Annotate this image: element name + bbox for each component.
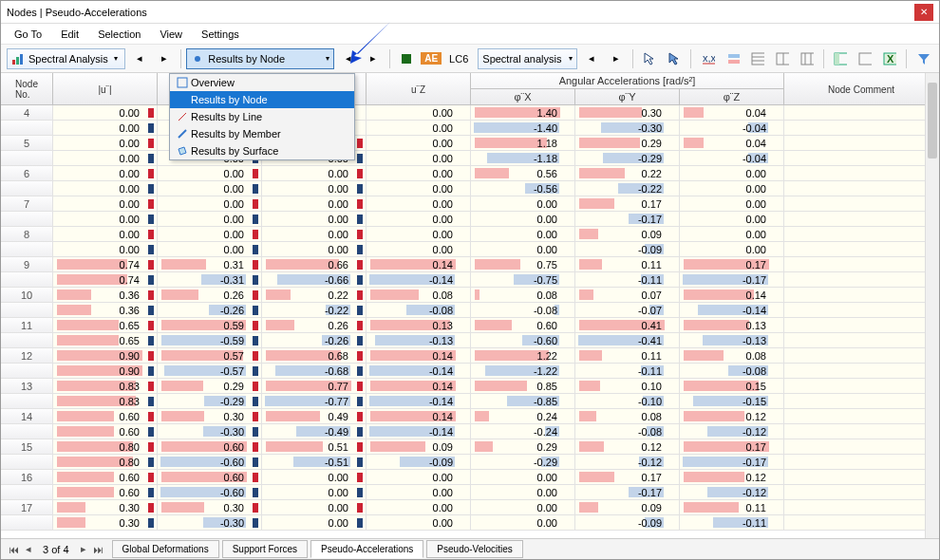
value-cell[interactable]: -0.60 (471, 333, 575, 347)
value-cell[interactable]: -0.51 (262, 455, 367, 469)
table-row[interactable]: 0.60-0.30-0.49-0.14-0.24-0.08-0.12 (1, 424, 939, 439)
comment-cell[interactable] (784, 151, 939, 165)
menu-results-by-node[interactable]: Results by Node (170, 91, 354, 108)
value-cell[interactable]: 0.60 (53, 470, 158, 484)
menu-goto[interactable]: Go To (7, 27, 49, 42)
select-tool-icon[interactable] (639, 48, 660, 69)
node-cell[interactable] (1, 394, 53, 408)
table-row[interactable]: 90.740.310.660.140.750.110.17 (1, 257, 939, 272)
tab-pseudo-velocities[interactable]: Pseudo-Velocities (426, 540, 523, 558)
value-cell[interactable]: 0.00 (471, 485, 575, 499)
value-cell[interactable]: 0.30 (158, 500, 262, 514)
page-prev-button[interactable]: ◂ (22, 543, 35, 556)
node-cell[interactable] (1, 485, 53, 499)
value-cell[interactable]: 0.24 (471, 409, 575, 423)
node-cell[interactable] (1, 181, 53, 196)
value-cell[interactable]: 0.60 (53, 424, 158, 439)
prev-button[interactable]: ◂ (129, 48, 150, 69)
value-cell[interactable]: 0.90 (53, 348, 158, 363)
value-cell[interactable]: 0.00 (471, 500, 575, 514)
value-cell[interactable]: 0.30 (575, 105, 680, 120)
value-cell[interactable]: 0.49 (262, 409, 367, 423)
value-cell[interactable]: 0.04 (680, 136, 784, 150)
comment-cell[interactable] (784, 318, 939, 332)
layout2-icon[interactable] (855, 48, 875, 69)
value-cell[interactable]: 0.29 (575, 136, 680, 150)
value-cell[interactable]: -0.85 (471, 394, 575, 408)
value-cell[interactable]: -0.09 (575, 515, 680, 530)
value-cell[interactable]: 0.00 (53, 105, 158, 120)
menu-edit[interactable]: Edit (53, 27, 86, 42)
node-cell[interactable]: 16 (1, 470, 53, 484)
value-cell[interactable]: 1.40 (471, 105, 575, 120)
value-cell[interactable]: 0.11 (575, 348, 680, 363)
col-u[interactable]: |u¨| (53, 73, 158, 105)
value-cell[interactable]: 0.65 (53, 318, 158, 332)
menu-selection[interactable]: Selection (90, 27, 148, 42)
value-cell[interactable]: -0.75 (471, 272, 575, 287)
value-cell[interactable]: -0.60 (158, 455, 262, 469)
table-row[interactable]: 0.30-0.300.000.000.00-0.09-0.11 (1, 515, 939, 531)
value-cell[interactable]: 0.14 (680, 288, 784, 302)
value-cell[interactable]: -0.12 (575, 455, 680, 469)
value-cell[interactable]: 0.26 (262, 318, 367, 332)
loadcase-dropdown[interactable]: Spectral analysis ▾ (478, 48, 577, 69)
value-cell[interactable]: -0.07 (575, 303, 680, 317)
value-cell[interactable]: 0.56 (471, 166, 575, 180)
node-cell[interactable]: 9 (1, 257, 53, 271)
value-cell[interactable]: -0.68 (262, 364, 367, 378)
value-cell[interactable]: 0.00 (471, 242, 575, 256)
value-cell[interactable]: -0.11 (575, 272, 680, 287)
value-cell[interactable]: -0.08 (471, 303, 575, 317)
value-cell[interactable]: 0.09 (367, 439, 471, 454)
table-row[interactable]: 0.000.00-1.40-0.30-0.04 (1, 121, 939, 136)
value-cell[interactable]: 0.00 (53, 151, 158, 165)
table-row[interactable]: 0.000.000.000.00-1.18-0.29-0.04 (1, 151, 939, 166)
comment-cell[interactable] (784, 364, 939, 378)
table-row[interactable]: 0.65-0.59-0.26-0.13-0.60-0.41-0.13 (1, 333, 939, 348)
value-cell[interactable]: -1.22 (471, 364, 575, 378)
comment-cell[interactable] (784, 121, 939, 135)
table-row[interactable]: 0.36-0.26-0.22-0.08-0.08-0.07-0.14 (1, 303, 939, 318)
node-cell[interactable] (1, 151, 53, 165)
table-row[interactable]: 0.83-0.29-0.77-0.14-0.85-0.10-0.15 (1, 394, 939, 409)
col-phiy[interactable]: φ¨Y (575, 89, 680, 104)
value-cell[interactable]: -0.17 (575, 212, 680, 226)
export-excel-icon[interactable]: X (879, 48, 900, 69)
table-row[interactable]: 0.000.000.000.000.00-0.170.00 (1, 212, 939, 227)
value-cell[interactable]: 0.12 (575, 439, 680, 454)
value-cell[interactable]: -0.30 (158, 424, 262, 439)
value-cell[interactable]: 0.00 (158, 181, 262, 196)
node-cell[interactable]: 4 (1, 105, 53, 120)
comment-cell[interactable] (784, 439, 939, 454)
comment-cell[interactable] (784, 303, 939, 317)
value-cell[interactable]: 0.09 (575, 500, 680, 514)
node-cell[interactable]: 10 (1, 288, 53, 302)
node-cell[interactable] (1, 272, 53, 287)
node-cell[interactable]: 17 (1, 500, 53, 514)
value-cell[interactable]: 1.22 (471, 348, 575, 363)
value-cell[interactable]: -0.08 (575, 424, 680, 439)
value-cell[interactable]: 0.29 (471, 439, 575, 454)
tab-pseudo-accelerations[interactable]: Pseudo-Accelerations (310, 540, 423, 558)
value-cell[interactable]: 0.14 (367, 379, 471, 393)
lc-prev-button[interactable]: ◂ (581, 48, 602, 69)
node-cell[interactable] (1, 515, 53, 530)
value-cell[interactable]: 0.83 (53, 379, 158, 393)
node-cell[interactable] (1, 333, 53, 347)
comment-cell[interactable] (784, 348, 939, 363)
value-cell[interactable]: 0.00 (53, 242, 158, 256)
value-cell[interactable]: 0.00 (53, 181, 158, 196)
comment-cell[interactable] (784, 485, 939, 499)
comment-cell[interactable] (784, 500, 939, 514)
next-button[interactable]: ▸ (154, 48, 175, 69)
value-cell[interactable]: -1.40 (471, 121, 575, 135)
view-grid1-icon[interactable] (747, 48, 768, 69)
value-cell[interactable]: 0.00 (680, 227, 784, 241)
value-cell[interactable]: -0.49 (262, 424, 367, 439)
comment-cell[interactable] (784, 470, 939, 484)
value-cell[interactable]: 0.04 (680, 105, 784, 120)
value-cell[interactable]: 0.00 (471, 227, 575, 241)
value-cell[interactable]: 0.00 (262, 500, 367, 514)
value-cell[interactable]: 0.00 (53, 227, 158, 241)
